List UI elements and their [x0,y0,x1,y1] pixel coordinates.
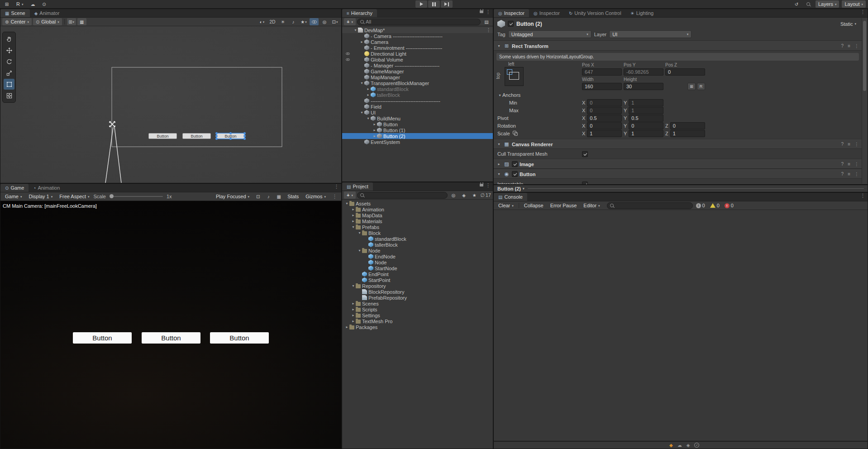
foldout-arrow[interactable]: ▸ [351,313,356,317]
stats-toggle[interactable]: Stats [285,193,301,200]
game-menu-icon[interactable]: ⋮ [330,194,339,200]
selection-handle[interactable] [229,138,232,140]
foldout-arrow[interactable]: ▾ [366,116,371,120]
foldout-arrow[interactable]: ▸ [351,213,356,217]
anchor-max-y-field[interactable]: 1 [629,107,663,114]
game-target-dropdown[interactable]: Game▾ [2,193,24,200]
project-item-row[interactable]: ▸MapData [342,212,493,218]
tab-game[interactable]: ⊙Game [0,184,29,192]
project-item-row[interactable]: ▸Animation [342,206,493,212]
editor-dropdown[interactable]: Editor▾ [581,202,602,209]
foldout-arrow[interactable]: ▸ [496,162,501,166]
project-item-row[interactable]: StartNode [342,265,493,271]
anchor-max-x-field[interactable]: 0 [587,107,622,114]
foldout-arrow[interactable]: ▸ [366,87,371,91]
error-pause-toggle[interactable]: Error Pause [548,202,580,209]
snap-increment-icon[interactable]: ▦ [77,18,86,25]
rotation-y-field[interactable]: 0 [629,122,663,129]
pivot-x-field[interactable]: 0.5 [587,115,622,122]
hierarchy-item-row[interactable]: ▸Button (1) [342,127,493,133]
project-item-row[interactable]: ▾Node [342,248,493,253]
tab-unity-version-control[interactable]: ↻Unity Version Control [564,9,626,17]
hierarchy-item-row[interactable]: ▸Camera [342,39,493,45]
scrollbar-thumb[interactable] [863,21,866,91]
foldout-arrow[interactable]: ▸ [372,122,377,126]
mute-audio-icon[interactable]: ♪ [264,193,273,200]
foldout-arrow[interactable]: ▾ [344,201,349,205]
slider-knob[interactable] [110,194,114,198]
link-scale-icon[interactable] [513,131,517,135]
project-item-row[interactable]: ▸Scenes [342,301,493,306]
hierarchy-item-row[interactable]: ▾TransparentBlockManager [342,80,493,86]
project-item-row[interactable]: StartPoint [342,277,493,283]
visibility-icon[interactable] [342,58,353,61]
rotate-tool-button[interactable] [4,56,14,67]
camera-settings-icon[interactable]: ◎ [320,18,329,25]
project-item-row[interactable]: ▾Assets [342,201,493,206]
clear-button[interactable]: Clear▾ [496,202,516,209]
move-tool-button[interactable] [4,45,14,56]
lock-icon[interactable] [480,184,483,186]
project-item-row[interactable]: tallerBlock [342,242,493,248]
progress-check-icon[interactable]: ✓ [694,443,699,448]
game-tab-menu-icon[interactable]: ⋮ [332,184,341,192]
help-icon[interactable]: ? [841,43,844,48]
foldout-arrow[interactable]: ▾ [351,225,356,229]
help-icon[interactable]: ? [841,162,844,167]
game-button[interactable]: Button [210,332,269,344]
image-header[interactable]: ▸ ▨ Image ? ≡ ⋮ [494,159,862,169]
foldout-arrow[interactable]: ▸ [359,40,364,44]
display-dropdown[interactable]: Display 1▾ [26,193,55,200]
error-filter-button[interactable]: !0 [723,203,735,208]
foldout-arrow[interactable]: ▾ [353,28,358,32]
hierarchy-item-row[interactable]: ▾UI [342,110,493,115]
hierarchy-item-row[interactable]: Global Volume [342,57,493,62]
pivot-y-field[interactable]: 0.5 [629,115,663,122]
project-item-row[interactable]: Node [342,259,493,265]
help-icon[interactable]: ? [841,172,844,177]
project-search-input[interactable] [357,192,448,199]
more-icon[interactable]: ⋮ [854,162,859,167]
apps-grid-icon[interactable]: ⊞ [2,0,11,8]
scene-button[interactable]: Button [216,133,245,139]
foldout-arrow[interactable]: ▾ [351,284,356,288]
selection-handle[interactable] [215,138,218,140]
hierarchy-item-row[interactable]: ▸Button [342,121,493,127]
hierarchy-item-row[interactable]: ----------------------------------------… [342,98,493,104]
scene-canvas[interactable]: ButtonButtonButton [0,26,341,183]
lock-icon[interactable] [480,10,483,13]
foldout-arrow[interactable]: ▸ [372,128,377,132]
play-focused-dropdown[interactable]: Play Focused▾ [213,193,252,200]
project-item-row[interactable]: ▸TextMesh Pro [342,318,493,324]
screenshot-icon[interactable]: ⊡ [253,193,262,200]
scale-z-field[interactable]: 1 [670,130,705,137]
game-canvas[interactable]: CM Main Camera: [mainFreeLookCamera] But… [0,201,341,449]
search-by-label-icon[interactable]: ◈ [459,191,468,199]
hierarchy-item-row[interactable]: - Camera ------------------------------ [342,33,493,39]
console-menu-icon[interactable]: ⋮ [858,193,868,201]
hierarchy-item-row[interactable]: ▸standardBlock [342,86,493,92]
interactable-checkbox[interactable] [582,182,588,185]
console-log-area[interactable] [494,210,868,441]
scene-button[interactable]: Button [148,133,177,139]
blueprint-mode-button[interactable]: ⊞ [687,83,696,90]
more-icon[interactable]: ⋮ [854,142,859,147]
foldout-arrow[interactable]: ▾ [359,110,364,115]
services-icon[interactable]: ⊙ [39,0,48,8]
image-enabled-checkbox[interactable] [512,161,518,167]
hierarchy-item-row[interactable]: ▸Button (2) [342,133,493,139]
help-icon[interactable]: ? [841,142,844,147]
foldout-arrow[interactable]: ▾ [496,142,501,146]
project-item-row[interactable]: standardBlock [342,236,493,242]
foldout-arrow[interactable]: ▸ [351,319,356,323]
search-icon[interactable] [804,0,813,8]
foldout-arrow[interactable]: ▾ [359,81,364,85]
cloud-icon[interactable]: ☁ [28,0,37,8]
view-tool-button[interactable] [4,33,14,44]
static-dropdown[interactable]: Static▾ [840,21,858,27]
tab-inspector-1[interactable]: ◎Inspector [494,9,529,17]
tab-project[interactable]: ▤Project [342,182,373,191]
cull-transparent-mesh-checkbox[interactable] [582,151,588,157]
scale-slider[interactable] [110,196,163,197]
undo-history-icon[interactable]: ↺ [792,0,801,8]
